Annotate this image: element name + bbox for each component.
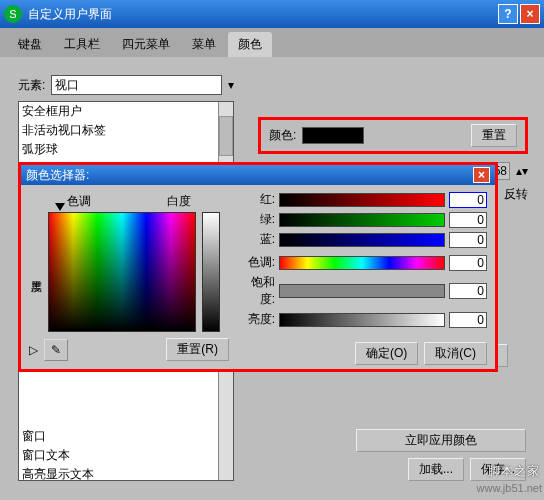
element-label: 元素: [18,77,45,94]
whiteness-slider[interactable] [202,212,220,332]
h-label: 色调: [239,254,275,271]
reset-button[interactable]: 重置 [471,124,517,147]
picker-reset-button[interactable]: 重置(R) [166,338,229,361]
element-select[interactable]: 视口 [51,75,222,95]
dropdown-icon[interactable]: ▾ [228,78,234,92]
whiteness-label: 白度 [167,193,191,210]
app-icon: S [4,5,22,23]
load-button[interactable]: 加载... [408,458,464,481]
invert-label: 反转 [504,186,528,203]
list-item[interactable]: 高亮显示文本 [19,465,233,481]
b-slider[interactable] [279,233,445,247]
watermark: 脚本之家 [488,463,540,480]
r-input[interactable] [449,192,487,208]
v-slider[interactable] [279,313,445,327]
list-item[interactable]: 非活动视口标签 [19,121,233,140]
help-button[interactable]: ? [498,4,518,24]
ok-button[interactable]: 确定(O) [355,342,418,365]
list-item[interactable]: 窗口 [19,427,233,446]
g-input[interactable] [449,212,487,228]
eyedropper-button[interactable]: ✎ [44,339,68,361]
list-item[interactable]: 窗口文本 [19,446,233,465]
tab-color[interactable]: 颜色 [228,32,272,57]
tab-quadmenu[interactable]: 四元菜单 [112,32,180,57]
h-input[interactable] [449,255,487,271]
r-label: 红: [239,191,275,208]
hue-label: 色调 [67,193,91,210]
apply-button[interactable]: 立即应用颜色 [356,429,526,452]
b-label: 蓝: [239,231,275,248]
s-slider[interactable] [279,284,445,298]
close-button[interactable]: × [520,4,540,24]
v-label: 亮度: [239,311,275,328]
scroll-thumb[interactable] [219,116,233,156]
tab-menu[interactable]: 菜单 [182,32,226,57]
list-item[interactable]: 弧形球 [19,140,233,159]
list-item[interactable]: 安全框用户 [19,102,233,121]
spinner-icon[interactable]: ▴▾ [516,164,528,178]
tab-bar: 键盘 工具栏 四元菜单 菜单 颜色 [0,28,544,57]
picker-cursor-icon[interactable]: ▷ [29,343,38,357]
color-label: 颜色: [269,127,296,144]
spectrum-picker[interactable] [48,212,196,332]
window-title: 自定义用户界面 [28,6,496,23]
r-slider[interactable] [279,193,445,207]
h-slider[interactable] [279,256,445,270]
v-input[interactable] [449,312,487,328]
watermark-url: www.jb51.net [477,482,542,494]
picker-title: 颜色选择器: [26,167,89,184]
tab-keyboard[interactable]: 键盘 [8,32,52,57]
hue-arrow-icon [55,203,65,216]
b-input[interactable] [449,232,487,248]
tab-toolbar[interactable]: 工具栏 [54,32,110,57]
g-label: 绿: [239,211,275,228]
cancel-button[interactable]: 取消(C) [424,342,487,365]
s-input[interactable] [449,283,487,299]
color-picker-dialog: 颜色选择器: × 色调 白度 黑度 ▷ ✎ 重置(R) 红: 绿: 蓝: [18,162,498,372]
color-swatch[interactable] [302,127,364,144]
s-label: 饱和度: [239,274,275,308]
g-slider[interactable] [279,213,445,227]
picker-close-button[interactable]: × [473,167,490,183]
